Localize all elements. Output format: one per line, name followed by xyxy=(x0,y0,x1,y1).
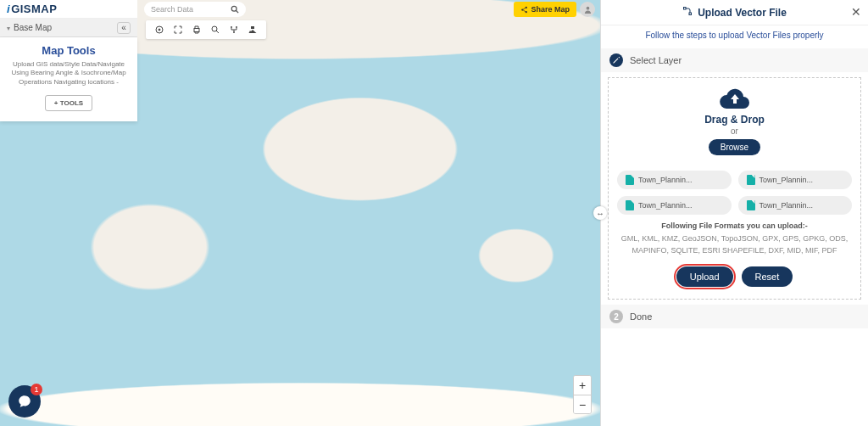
reset-button[interactable]: Reset xyxy=(742,266,793,287)
basemap-toggle[interactable]: ▾Base Map « xyxy=(0,19,137,37)
share-map-button[interactable]: Share Map xyxy=(514,2,576,17)
svg-line-1 xyxy=(236,10,238,13)
chat-badge: 1 xyxy=(31,384,42,395)
svg-point-3 xyxy=(522,8,524,10)
settings-icon[interactable] xyxy=(248,25,258,35)
step-2-number: 2 xyxy=(609,310,623,323)
brand-map: MAP xyxy=(31,3,57,15)
cloud-upload-icon xyxy=(720,88,750,110)
step-1-label: Select Layer xyxy=(630,55,682,65)
search-tool-icon[interactable] xyxy=(210,25,220,35)
file-name: Town_Plannin... xyxy=(760,201,814,210)
file-icon xyxy=(747,175,755,185)
vector-icon xyxy=(682,6,693,19)
caret-down-icon: ▾ xyxy=(7,25,10,32)
tools-title: Map Tools xyxy=(8,44,129,57)
uploaded-files: Town_Plannin... Town_Plannin... Town_Pla… xyxy=(617,171,852,215)
svg-line-10 xyxy=(216,31,219,33)
browse-button[interactable]: Browse xyxy=(709,139,760,155)
step-2-row[interactable]: 2 Done xyxy=(601,305,868,328)
zoom-out-button[interactable]: − xyxy=(574,395,591,413)
brand-logo: iGISMAP xyxy=(7,3,57,15)
step-1-row[interactable]: Select Layer xyxy=(601,48,868,72)
close-icon[interactable]: ✕ xyxy=(851,5,861,19)
svg-point-11 xyxy=(231,26,232,28)
locate-icon[interactable] xyxy=(154,25,164,35)
file-chip[interactable]: Town_Plannin... xyxy=(738,171,853,189)
user-avatar[interactable] xyxy=(580,2,595,17)
svg-point-2 xyxy=(526,6,527,8)
map-tools-card: Map Tools Upload GIS data/Style Data/Nav… xyxy=(0,37,137,121)
step-2-label: Done xyxy=(630,311,652,322)
file-icon xyxy=(747,200,755,210)
map-toolbar xyxy=(146,20,266,39)
action-buttons: Upload Reset xyxy=(676,266,793,287)
file-chip[interactable]: Town_Plannin... xyxy=(738,196,853,215)
search-input[interactable]: Search Data xyxy=(144,2,246,17)
share-tool-icon[interactable] xyxy=(229,25,239,35)
svg-point-12 xyxy=(236,26,237,28)
chat-button[interactable]: 1 xyxy=(8,385,41,418)
basemap-label: ▾Base Map xyxy=(7,23,52,32)
tools-button[interactable]: + TOOLS xyxy=(45,95,92,111)
panel-resize-handle[interactable]: ↔ xyxy=(593,206,607,220)
or-label: or xyxy=(731,126,738,136)
search-placeholder: Search Data xyxy=(151,5,193,14)
svg-rect-8 xyxy=(194,29,199,32)
tools-desc: Upload GIS data/Style Data/Navigate Usin… xyxy=(8,60,129,87)
svg-point-5 xyxy=(586,6,589,9)
file-name: Town_Plannin... xyxy=(760,176,814,184)
collapse-panel-icon[interactable]: « xyxy=(117,22,131,34)
upload-title: Upload Vector File xyxy=(698,7,787,19)
upload-subtitle: Follow the steps to upload Vector Files … xyxy=(601,25,868,48)
upload-panel: Upload Vector File ✕ Follow the steps to… xyxy=(600,0,868,426)
svg-rect-14 xyxy=(251,26,254,29)
svg-rect-15 xyxy=(684,8,687,10)
file-chip[interactable]: Town_Plannin... xyxy=(617,196,732,215)
file-icon xyxy=(626,175,634,185)
formats-list: GML, KML, KMZ, GeoJSON, TopoJSON, GPX, G… xyxy=(617,233,852,256)
file-icon xyxy=(626,200,634,210)
file-name: Town_Plannin... xyxy=(638,176,693,184)
zoom-control: + − xyxy=(573,375,592,414)
drop-zone[interactable]: Drag & Drop or Browse Town_Plannin... To… xyxy=(608,77,861,300)
brand-gis: GIS xyxy=(11,3,31,15)
fullscreen-icon[interactable] xyxy=(173,25,183,35)
share-label: Share Map xyxy=(531,5,570,14)
brand-i: i xyxy=(7,3,10,15)
brand-bar: iGISMAP xyxy=(0,0,137,19)
svg-rect-16 xyxy=(689,13,692,15)
upload-button[interactable]: Upload xyxy=(676,266,733,287)
share-icon xyxy=(520,6,528,14)
zoom-in-button[interactable]: + xyxy=(574,376,591,395)
file-name: Town_Plannin... xyxy=(638,201,693,210)
search-icon xyxy=(231,5,239,14)
pencil-icon xyxy=(609,53,623,67)
svg-point-7 xyxy=(159,29,160,31)
svg-point-0 xyxy=(231,6,236,11)
svg-point-4 xyxy=(526,11,527,13)
drag-drop-label: Drag & Drop xyxy=(704,114,765,126)
print-icon[interactable] xyxy=(192,25,202,35)
upload-header: Upload Vector File ✕ xyxy=(601,0,868,25)
svg-point-13 xyxy=(233,31,235,33)
formats-heading: Following File Formats you can upload:- xyxy=(661,221,808,230)
file-chip[interactable]: Town_Plannin... xyxy=(617,171,732,189)
